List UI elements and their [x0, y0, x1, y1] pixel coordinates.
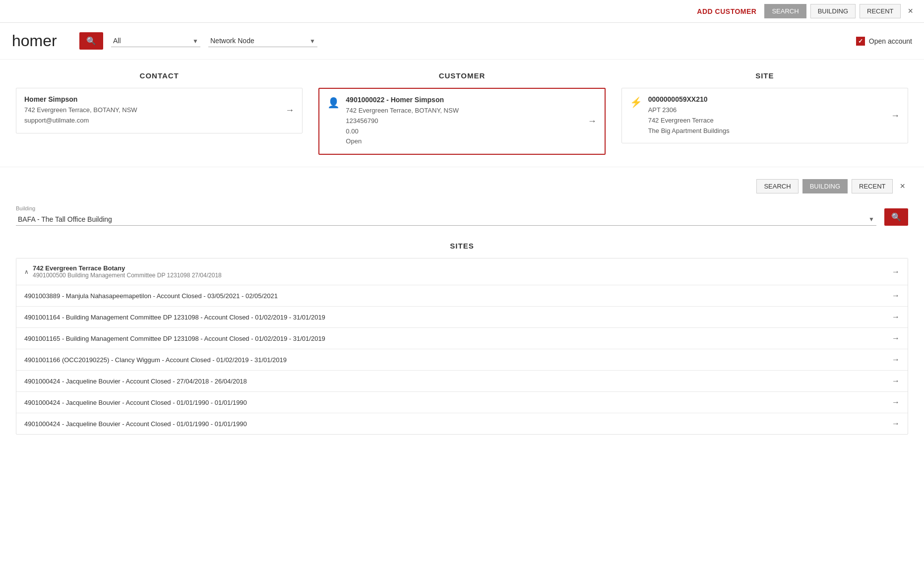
sites-header: SITES — [16, 242, 908, 250]
site-row-text: 4901001166 (OCC20190225) - Clancy Wiggum… — [24, 356, 892, 364]
site-column: SITE ⚡ 0000000059XX210 APT 2306 742 Ever… — [621, 71, 908, 155]
customer-balance: 0.00 — [346, 127, 581, 137]
contact-card[interactable]: Homer Simpson 742 Evergreen Terrace, BOT… — [16, 88, 303, 133]
open-account-checkbox[interactable]: ✓ — [856, 37, 865, 46]
search-section: homer 🔍 All ▼ Network Node ▼ ✓ Open acco… — [0, 23, 924, 60]
building-tab-recent[interactable]: RECENT — [852, 179, 893, 193]
top-bar: ADD CUSTOMER SEARCH BUILDING RECENT × — [0, 0, 924, 23]
search-title: homer — [12, 32, 71, 50]
building-select-wrapper: Building BAFA - The Tall Office Building… — [16, 205, 876, 226]
building-tab-bar: SEARCH BUILDING RECENT × — [16, 179, 908, 193]
contact-email: support@utilmate.com — [24, 116, 279, 126]
filter-select-wrapper: All ▼ — [111, 35, 200, 47]
person-icon: 👤 — [327, 97, 340, 109]
site-group-header[interactable]: ∧ 742 Evergreen Terrace Botany 490100050… — [16, 258, 908, 285]
open-account-label: Open account — [869, 37, 912, 45]
tab-recent[interactable]: RECENT — [860, 4, 901, 18]
site-row[interactable]: 4901001166 (OCC20190225) - Clancy Wiggum… — [16, 349, 908, 371]
network-node-select[interactable]: Network Node — [208, 35, 317, 47]
building-section: SEARCH BUILDING RECENT × Building BAFA -… — [0, 167, 924, 446]
site-card[interactable]: ⚡ 0000000059XX210 APT 2306 742 Evergreen… — [621, 88, 908, 143]
customer-column: CUSTOMER 👤 4901000022 - Homer Simpson 74… — [318, 71, 605, 155]
building-select[interactable]: BAFA - The Tall Office Building — [16, 213, 876, 226]
site-row[interactable]: 4901000424 - Jacqueline Bouvier - Accoun… — [16, 392, 908, 413]
results-section: CONTACT Homer Simpson 742 Evergreen Terr… — [0, 60, 924, 167]
site-row-arrow-icon: → — [892, 377, 900, 385]
contact-address: 742 Evergreen Terrace, BOTANY, NSW — [24, 105, 279, 116]
site-building: The Big Apartment Buildings — [648, 126, 885, 136]
building-search-row: Building BAFA - The Tall Office Building… — [16, 205, 908, 226]
arrow-right-icon-2: → — [588, 116, 597, 127]
contact-card-content: Homer Simpson 742 Evergreen Terrace, BOT… — [24, 95, 279, 126]
site-row-text: 4901000424 - Jacqueline Bouvier - Accoun… — [24, 378, 892, 385]
building-close-button[interactable]: × — [897, 180, 908, 192]
site-row-arrow-icon: → — [892, 291, 900, 300]
site-header: SITE — [621, 71, 908, 80]
lightning-icon: ⚡ — [630, 96, 642, 108]
site-row-arrow-icon: → — [892, 334, 900, 343]
building-tab-building[interactable]: BUILDING — [802, 179, 848, 193]
site-row-text: 4901000424 - Jacqueline Bouvier - Accoun… — [24, 420, 892, 428]
site-row[interactable]: 4901001164 - Building Management Committ… — [16, 307, 908, 328]
site-row-text: 4901001164 - Building Management Committ… — [24, 314, 892, 321]
filter-select[interactable]: All — [111, 35, 200, 47]
site-row[interactable]: 4901001165 - Building Management Committ… — [16, 328, 908, 349]
site-row-text: 4901000424 - Jacqueline Bouvier - Accoun… — [24, 399, 892, 406]
site-row-arrow-icon: → — [892, 355, 900, 364]
site-row-text: 4901003889 - Manjula Nahasapeemapetilon … — [24, 292, 892, 300]
arrow-right-icon-3: → — [891, 111, 900, 121]
site-unit: APT 2306 — [648, 105, 885, 116]
arrow-right-icon: → — [285, 105, 294, 116]
site-row[interactable]: 4901003889 - Manjula Nahasapeemapetilon … — [16, 285, 908, 307]
customer-header: CUSTOMER — [318, 71, 605, 80]
building-tab-search[interactable]: SEARCH — [756, 179, 798, 193]
building-select-label: Building — [16, 205, 876, 211]
customer-phone: 123456790 — [346, 116, 581, 127]
open-account-wrapper: ✓ Open account — [856, 37, 912, 46]
site-row[interactable]: 4901000424 - Jacqueline Bouvier - Accoun… — [16, 413, 908, 434]
site-row-arrow-icon: → — [892, 419, 900, 428]
site-id: 0000000059XX210 — [648, 95, 885, 103]
network-node-select-wrapper: Network Node ▼ — [208, 35, 317, 47]
customer-card[interactable]: 👤 4901000022 - Homer Simpson 742 Evergre… — [318, 88, 605, 155]
close-button[interactable]: × — [905, 5, 916, 17]
site-card-content: 0000000059XX210 APT 2306 742 Evergreen T… — [648, 95, 885, 136]
tab-building[interactable]: BUILDING — [810, 4, 856, 18]
check-icon: ✓ — [858, 38, 863, 45]
customer-address: 742 Evergreen Terrace, BOTANY, NSW — [346, 106, 581, 116]
building-search-button[interactable]: 🔍 — [884, 208, 908, 226]
site-group-header-content: 742 Evergreen Terrace Botany 4901000500 … — [33, 264, 222, 279]
building-search-icon: 🔍 — [891, 213, 901, 221]
add-customer-button[interactable]: ADD CUSTOMER — [693, 5, 760, 17]
site-row-text: 4901001165 - Building Management Committ… — [24, 335, 892, 342]
site-row[interactable]: 4901000424 - Jacqueline Bouvier - Accoun… — [16, 371, 908, 392]
site-row-arrow-icon: → — [892, 398, 900, 407]
contact-column: CONTACT Homer Simpson 742 Evergreen Terr… — [16, 71, 303, 155]
site-row-arrow-icon: → — [892, 313, 900, 321]
site-group-arrow-icon: → — [892, 267, 900, 276]
search-icon: 🔍 — [86, 37, 96, 45]
customer-status: Open — [346, 136, 581, 147]
tab-search[interactable]: SEARCH — [764, 4, 806, 18]
site-group-toggle-icon[interactable]: ∧ — [24, 268, 29, 275]
customer-account-number: 4901000022 - Homer Simpson — [346, 96, 581, 104]
search-button[interactable]: 🔍 — [79, 32, 103, 50]
contact-name: Homer Simpson — [24, 95, 279, 103]
site-address: 742 Evergreen Terrace — [648, 116, 885, 126]
site-group-subtitle: 4901000500 Building Management Committee… — [33, 272, 222, 279]
customer-card-content: 4901000022 - Homer Simpson 742 Evergreen… — [346, 96, 581, 147]
sites-container: ∧ 742 Evergreen Terrace Botany 490100050… — [16, 258, 908, 435]
site-group-title: 742 Evergreen Terrace Botany — [33, 264, 222, 272]
contact-header: CONTACT — [16, 71, 303, 80]
